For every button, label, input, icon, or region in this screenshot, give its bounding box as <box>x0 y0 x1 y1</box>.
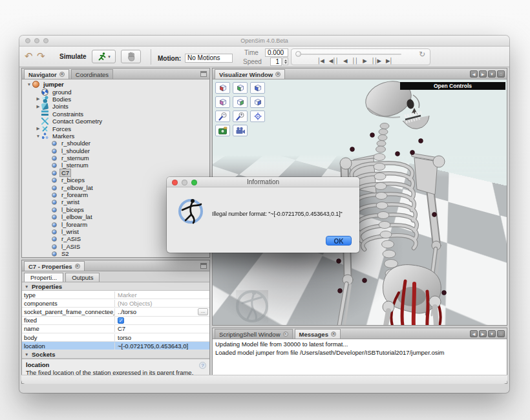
open-controls-bar[interactable]: Open Controls <box>400 82 505 90</box>
tree-item-Joints[interactable]: ▶Joints <box>22 103 209 110</box>
prop-value[interactable]: ✓ <box>115 317 209 324</box>
prop-row-fixed[interactable]: fixed✓ <box>22 317 209 325</box>
tree-item-jumper[interactable]: ▼jumper <box>22 81 209 88</box>
minimize-panel-icon[interactable]: ▼ <box>488 330 496 337</box>
subtab-properties[interactable]: Properti... <box>24 273 63 282</box>
prop-value-text: ~[-0.0721705,0.453643,0] <box>118 342 188 350</box>
redo-icon[interactable]: ↷ <box>37 51 45 61</box>
tree-expander-icon[interactable]: ▶ <box>35 96 41 101</box>
zoom-dialog-icon[interactable] <box>191 180 197 185</box>
undo-icon[interactable]: ↶ <box>25 51 33 61</box>
go-to-end-icon[interactable]: ▶│ <box>386 58 392 64</box>
tree-expander-icon[interactable]: ▶ <box>35 104 41 109</box>
zoom-window-icon[interactable] <box>43 38 48 43</box>
time-field[interactable]: 0.000 <box>265 48 288 57</box>
tab-messages[interactable]: Messages × <box>295 329 341 339</box>
minimize-window-icon[interactable] <box>34 38 39 43</box>
tree-expander-icon[interactable]: ▼ <box>35 134 41 138</box>
prop-value[interactable]: C7 <box>115 325 209 333</box>
view-cube-blue2-icon[interactable] <box>250 96 265 108</box>
ok-button[interactable]: OK <box>326 236 352 246</box>
close-icon[interactable]: × <box>75 264 80 269</box>
zoom-out-icon[interactable]: − <box>215 110 230 122</box>
prop-value[interactable]: Marker <box>115 291 209 299</box>
view-cube-green-icon[interactable] <box>233 82 248 94</box>
tree-item-Constraints[interactable]: Constraints <box>22 110 209 118</box>
stepper-down-icon[interactable] <box>284 62 287 64</box>
float-panel-icon[interactable] <box>200 71 207 77</box>
tree-item-r_sternum[interactable]: r_sternum <box>22 154 209 162</box>
refit-view-icon[interactable] <box>250 110 265 122</box>
run-simulation-button[interactable]: ▾ <box>92 50 116 63</box>
scroll-right-icon[interactable]: ▶ <box>479 330 487 337</box>
prop-row-socket_parent_frame_connectee_na[interactable]: socket_parent_frame_connectee_na../torso… <box>22 308 209 316</box>
time-slider-knob[interactable] <box>295 51 301 57</box>
scroll-right-icon[interactable]: ▶ <box>479 70 487 78</box>
snapshot-camera-icon[interactable] <box>215 125 230 136</box>
pan-hand-button[interactable] <box>121 50 141 63</box>
subtab-outputs[interactable]: Outputs <box>65 273 100 282</box>
prop-row-components[interactable]: components(No Objects) <box>22 299 209 308</box>
section-sockets[interactable]: Sockets <box>22 350 209 359</box>
prop-value[interactable]: torso <box>115 333 209 341</box>
view-cube-red-icon[interactable] <box>215 82 230 94</box>
close-dialog-icon[interactable] <box>172 180 178 185</box>
maximize-panel-icon[interactable]: □ <box>497 70 505 78</box>
close-icon[interactable]: × <box>283 331 288 337</box>
tree-item-label: l_biceps <box>60 206 85 213</box>
prop-row-body[interactable]: bodytorso <box>22 333 209 342</box>
section-properties[interactable]: Properties <box>22 282 209 291</box>
close-icon[interactable]: × <box>331 331 336 337</box>
prop-row-type[interactable]: typeMarker <box>22 291 209 299</box>
tree-item-label: C7 <box>60 169 70 176</box>
tab-c7-properties[interactable]: C7 - Properties × <box>24 261 85 271</box>
tree-item-C7[interactable]: C7 <box>22 169 209 176</box>
view-cube-green2-icon[interactable] <box>233 96 248 108</box>
tree-expander-icon[interactable]: ▼ <box>26 82 32 87</box>
checkbox-checked-icon[interactable]: ✓ <box>118 317 124 324</box>
minimize-panel-icon[interactable]: ▼ <box>488 70 496 78</box>
play-icon[interactable]: ▶ <box>363 58 366 64</box>
tree-item-r_shoulder[interactable]: r_shoulder <box>22 140 209 147</box>
prop-value[interactable]: (No Objects) <box>115 299 209 307</box>
zoom-in-icon[interactable]: + <box>233 110 248 122</box>
tab-visualizer-window[interactable]: Visualizer Window × <box>215 69 285 79</box>
tree-item-ground[interactable]: ground <box>22 88 209 95</box>
time-slider[interactable] <box>299 54 401 55</box>
speed-field[interactable]: 1 <box>270 58 282 66</box>
step-forward-icon[interactable]: ││▶ <box>372 58 381 64</box>
maximize-panel-icon[interactable]: □ <box>497 330 505 337</box>
tab-navigator[interactable]: Navigator × <box>24 69 69 79</box>
record-video-icon[interactable] <box>233 125 248 136</box>
float-panel-icon[interactable] <box>200 263 207 269</box>
prop-row-name[interactable]: nameC7 <box>22 325 209 333</box>
scroll-left-icon[interactable]: ◀ <box>470 330 478 337</box>
close-icon[interactable]: × <box>59 72 65 77</box>
close-icon[interactable]: × <box>275 72 281 77</box>
view-cube-magenta-icon[interactable] <box>215 96 230 108</box>
tree-item-Forces[interactable]: ▶Forces <box>22 125 209 132</box>
go-to-start-icon[interactable]: │◀ <box>317 58 324 64</box>
scroll-left-icon[interactable]: ◀ <box>470 70 478 78</box>
tree-item-l_sternum[interactable]: l_sternum <box>22 162 209 169</box>
tree-item-Contact Geometry[interactable]: Contact Geometry <box>22 118 209 125</box>
prop-row-location[interactable]: location~[-0.0721705,0.453643,0] <box>22 342 209 350</box>
ellipsis-button[interactable]: ... <box>198 308 208 315</box>
tab-coordinates[interactable]: Coordinates <box>71 69 113 79</box>
pause-icon[interactable]: ││ <box>352 58 358 64</box>
motion-select[interactable]: No Motions <box>185 54 233 63</box>
tab-scriptingshell[interactable]: ScriptingShell Window × <box>215 329 293 339</box>
view-cube-blue-icon[interactable] <box>250 82 265 94</box>
loop-playback-icon[interactable]: ↻ <box>419 50 425 59</box>
stepper-up-icon[interactable] <box>284 59 287 61</box>
tree-item-Markers[interactable]: ▼Markers <box>22 132 209 140</box>
prop-name: location <box>22 342 115 350</box>
play-reverse-icon[interactable]: ◀ <box>343 58 347 64</box>
tree-item-Bodies[interactable]: ▶Bodies <box>22 96 209 103</box>
tree-item-l_shoulder[interactable]: l_shoulder <box>22 147 209 154</box>
prop-value[interactable]: ../torso... <box>115 308 209 315</box>
speed-stepper[interactable] <box>282 58 288 65</box>
prop-value[interactable]: ~[-0.0721705,0.453643,0] <box>115 342 209 350</box>
close-window-icon[interactable] <box>25 38 30 43</box>
step-back-icon[interactable]: ◀││ <box>329 58 338 64</box>
